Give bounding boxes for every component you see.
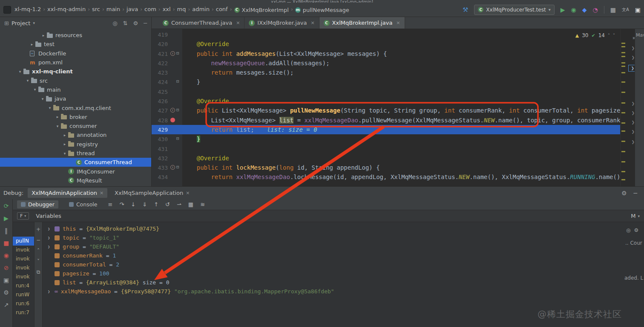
editor-tab-xxlmqbrokerimpl-java[interactable]: CXxlMqBrokerImpl.java× [319, 17, 405, 29]
expand-icon[interactable]: ❯ [48, 236, 55, 240]
tree-chevron-icon[interactable]: ▾ [24, 78, 31, 83]
gear-icon[interactable]: ⚙ [133, 20, 138, 26]
override-icon[interactable]: ↑ [170, 165, 175, 170]
variable-row-list[interactable]: list = {ArrayList@9384} size = 0 [43, 278, 624, 287]
build-hammer-icon[interactable]: ⚒ [463, 6, 468, 14]
step-over-icon[interactable]: ↷ [119, 201, 124, 208]
frame-row[interactable]: runW [13, 290, 34, 299]
tree-chevron-icon[interactable]: ▾ [17, 69, 23, 74]
mute-breakpoints-icon[interactable]: ⊘ [4, 264, 9, 271]
force-step-into-icon[interactable]: ⇓ [142, 201, 147, 208]
tree-item-pom-xml[interactable]: mpom.xml [0, 58, 151, 67]
close-icon[interactable]: × [396, 20, 400, 26]
tree-item-resources[interactable]: ▸resources [0, 31, 151, 40]
fold-icon[interactable]: ⊟ [176, 164, 179, 170]
tab-console[interactable]: Console [65, 200, 101, 208]
editor-tab-ixxlmqbroker-java[interactable]: IIXxlMqBroker.java× [244, 17, 319, 29]
step-into-icon[interactable]: ↓ [131, 201, 135, 208]
locate-file-icon[interactable]: ◎ [112, 20, 117, 26]
tree-item-thread[interactable]: ▾thread [0, 149, 151, 158]
frame-row[interactable]: invok [13, 255, 34, 263]
add-watch-icon[interactable]: + [36, 226, 40, 232]
tree-item-consumer[interactable]: ▾consumer [0, 122, 151, 130]
tree-chevron-icon[interactable]: ▾ [39, 97, 46, 101]
tree-chevron-icon[interactable]: ▸ [61, 142, 68, 146]
run-icon[interactable]: ▶ [561, 6, 565, 13]
coverage-icon[interactable]: ◆ [582, 6, 587, 13]
editor-tab-consumerthread-java[interactable]: CConsumerThread.java× [158, 17, 244, 29]
view-breakpoints-icon[interactable]: ◉ [3, 252, 9, 259]
override-icon[interactable]: ↑ [170, 108, 175, 113]
variable-row-topic[interactable]: ❯topic = "topic_1" [43, 233, 624, 242]
tree-chevron-icon[interactable]: ▸ [54, 115, 61, 119]
layout-icon[interactable]: ≡ [108, 201, 113, 208]
variable-row-consumertotal[interactable]: consumerTotal = 2 [43, 260, 624, 269]
prev-problem-icon[interactable]: ˄ [608, 33, 610, 38]
frames-filter-select[interactable]: F ▾ [17, 212, 29, 220]
grid-icon[interactable]: ▦ [610, 6, 616, 13]
close-icon[interactable]: × [236, 20, 240, 26]
tree-item-com-xxl-mq-client[interactable]: ▾com.xxl.mq.client [0, 103, 151, 112]
window-icon[interactable]: ▣ [635, 6, 641, 13]
breadcrumb-item[interactable]: java [126, 6, 138, 12]
chevron-down-icon[interactable]: ▾ [33, 21, 35, 25]
copy-icon[interactable]: ⧉ [37, 269, 40, 275]
profiler-icon[interactable]: ◔ [592, 6, 598, 13]
memory-view-select[interactable]: M ▾ [631, 213, 644, 219]
hide-panel-icon[interactable]: ─ [634, 190, 637, 197]
tree-item-imqconsumer[interactable]: IIMqConsumer [0, 167, 151, 176]
trace-icon[interactable]: ≋ [200, 201, 205, 208]
variable-row-this[interactable]: ❯this = {XxlMqBrokerImpl@7475} [43, 224, 624, 233]
debug-tab-xxlmqadminapplication[interactable]: XxlMqAdminApplication× [28, 188, 107, 198]
breadcrumb-class[interactable]: CXxlMqBrokerImpl [234, 7, 289, 13]
close-icon[interactable]: × [186, 190, 190, 196]
fold-icon[interactable]: ⊟ [176, 107, 179, 113]
tree-item-xxl-mq-client[interactable]: ▾xxl-mq-client [0, 67, 151, 76]
tree-chevron-icon[interactable]: ▸ [61, 133, 68, 137]
tree-item-src[interactable]: ▾src [0, 76, 151, 85]
gear-icon[interactable]: ⚙ [634, 227, 638, 233]
tab-debugger[interactable]: Debugger [17, 200, 58, 208]
variable-row-pagesize[interactable]: pagesize = 100 [43, 269, 624, 278]
stop-icon[interactable]: ■ [3, 240, 9, 246]
breadcrumb-item[interactable]: main [106, 6, 120, 12]
target-icon[interactable]: ◎ [626, 227, 630, 233]
thread-dump-icon[interactable]: ▣ [3, 277, 9, 284]
fold-icon[interactable]: ⊟ [176, 50, 179, 56]
tree-chevron-icon[interactable]: ▾ [32, 87, 38, 92]
expand-icon[interactable]: ❯ [48, 227, 55, 231]
breadcrumb-item[interactable]: xxl [163, 6, 171, 12]
frame-row[interactable]: run:4 [13, 281, 34, 290]
run-to-cursor-icon[interactable]: ⇀ [177, 201, 181, 208]
pause-icon[interactable]: ‖ [5, 227, 8, 234]
tree-item-test[interactable]: ▸test [0, 40, 151, 49]
variable-row-xxlmqmessagedao[interactable]: ❯∞xxlMqMessageDao = {$Proxy58@7477} "org… [43, 287, 624, 296]
close-icon[interactable]: × [100, 190, 104, 196]
frame-row[interactable]: invok [13, 263, 34, 272]
next-problem-icon[interactable]: ˅ [613, 33, 615, 38]
gear-icon[interactable]: ⚙ [621, 190, 627, 197]
tree-chevron-icon[interactable]: ▾ [46, 106, 53, 110]
tree-item-consumerthread[interactable]: CConsumerThread [0, 158, 151, 167]
frame-row[interactable]: run:7 [13, 308, 34, 317]
tree-chevron-icon[interactable]: ▾ [61, 151, 68, 156]
breadcrumb-item[interactable]: conf [216, 6, 228, 12]
tree-chevron-icon[interactable]: ▸ [40, 33, 47, 38]
tree-item-annotation[interactable]: ▸annotation [0, 130, 151, 139]
pin-icon[interactable]: ↗ [4, 301, 9, 308]
close-icon[interactable]: × [310, 20, 314, 26]
variable-row-group[interactable]: ❯group = "DEFAULT" [43, 242, 624, 251]
debug-icon[interactable]: ◉ [571, 6, 576, 13]
step-out-icon[interactable]: ↑ [154, 201, 158, 208]
collapse-all-icon[interactable]: ⇅ [123, 20, 128, 26]
maven-tool-button[interactable]: Mav [636, 32, 644, 38]
tree-item-main[interactable]: ▾main [0, 85, 151, 94]
tree-item-java[interactable]: ▾java [0, 94, 151, 103]
evaluate-expression-icon[interactable]: ▦ [188, 201, 193, 208]
breadcrumb-method[interactable]: mpullNewMessage [295, 7, 349, 13]
fold-icon[interactable]: ⊟ [176, 78, 179, 84]
debug-tab-xxlmqsampleapplication[interactable]: XxlMqSampleApplication× [111, 188, 193, 198]
tree-item-registry[interactable]: ▸registry [0, 140, 151, 149]
inspection-widget[interactable]: ▲ 30 ✔ 14 ˄ ˅ [574, 32, 617, 38]
error-stripe[interactable] [620, 29, 626, 186]
